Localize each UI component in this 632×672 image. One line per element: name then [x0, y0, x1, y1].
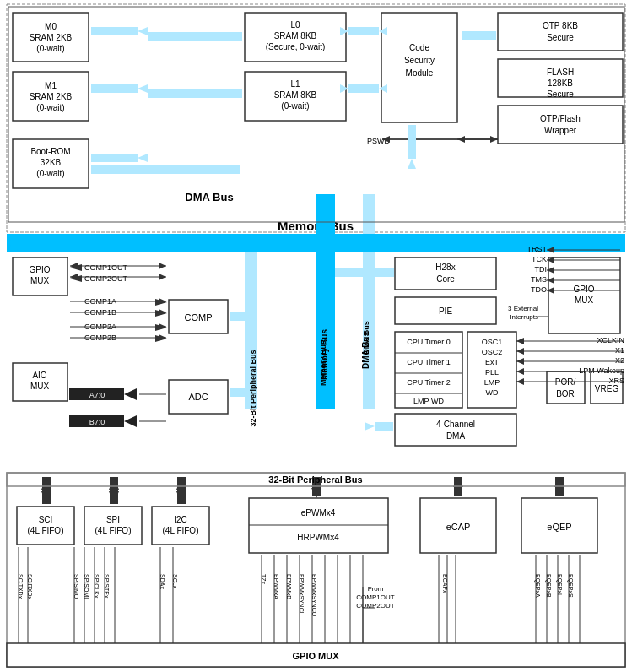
svg-marker-273 — [159, 263, 166, 269]
svg-text:eQEP: eQEP — [547, 522, 571, 532]
svg-marker-261 — [245, 388, 255, 397]
svg-text:SCIRXDx: SCIRXDx — [27, 574, 33, 599]
svg-text:DMA Bus: DMA Bus — [362, 321, 370, 355]
svg-text:COMP1OUT: COMP1OUT — [356, 593, 394, 601]
svg-marker-187 — [41, 491, 51, 504]
svg-rect-82 — [591, 371, 623, 404]
svg-text:ADC: ADC — [188, 392, 208, 402]
svg-marker-165 — [91, 27, 101, 35]
svg-text:LPM Wakeup: LPM Wakeup — [579, 366, 624, 375]
svg-text:Wrapper: Wrapper — [544, 126, 577, 135]
svg-marker-110 — [70, 275, 82, 282]
svg-rect-76 — [395, 414, 516, 446]
svg-text:PLL: PLL — [485, 368, 499, 377]
svg-marker-158 — [516, 338, 524, 344]
svg-marker-142 — [547, 267, 554, 274]
svg-marker-168 — [91, 84, 101, 93]
svg-text:32-Bit Peripheral Bus: 32-Bit Peripheral Bus — [249, 350, 257, 426]
svg-text:SRAM 2KB: SRAM 2KB — [30, 92, 73, 101]
svg-rect-88 — [17, 507, 74, 545]
svg-rect-101 — [420, 498, 496, 553]
svg-text:Security: Security — [404, 56, 435, 65]
svg-text:SCI: SCI — [39, 515, 53, 524]
svg-rect-105 — [7, 643, 625, 667]
svg-rect-166 — [91, 84, 138, 93]
svg-text:SRAM 8KB: SRAM 8KB — [274, 90, 317, 100]
svg-text:GPIO: GPIO — [29, 265, 50, 274]
svg-rect-32 — [498, 106, 623, 144]
svg-text:32-Bit Peripheral Bus: 32-Bit Peripheral Bus — [248, 286, 257, 372]
svg-rect-56 — [395, 257, 496, 290]
svg-rect-290 — [8, 7, 624, 222]
svg-rect-269 — [375, 422, 393, 431]
svg-text:TZx: TZx — [261, 574, 267, 585]
svg-text:FLASH: FLASH — [547, 68, 574, 77]
svg-marker-117 — [155, 310, 167, 317]
svg-rect-97 — [249, 498, 388, 553]
svg-marker-267 — [384, 268, 394, 277]
svg-marker-198 — [453, 477, 463, 487]
svg-text:OSC1: OSC1 — [482, 338, 503, 346]
svg-text:EQEPxS: EQEPxS — [567, 574, 574, 598]
svg-text:Memory Bus: Memory Bus — [319, 340, 327, 386]
svg-marker-276 — [70, 274, 78, 280]
svg-marker-189 — [109, 477, 119, 490]
svg-marker-170 — [138, 154, 148, 162]
svg-rect-252 — [363, 194, 375, 234]
svg-text:DMA: DMA — [446, 431, 466, 441]
svg-text:H28x: H28x — [435, 263, 455, 272]
svg-rect-258 — [152, 190, 266, 207]
svg-text:X1: X1 — [615, 346, 624, 355]
svg-text:SPISIMO: SPISIMO — [73, 574, 79, 599]
svg-text:TDO: TDO — [531, 285, 547, 294]
svg-rect-21 — [381, 13, 457, 122]
svg-marker-283 — [159, 323, 166, 330]
svg-text:EPWMxB: EPWMxB — [286, 574, 292, 599]
svg-text:SCITXDx: SCITXDx — [18, 574, 24, 599]
svg-marker-186 — [41, 477, 51, 490]
svg-text:SCLx: SCLx — [172, 574, 178, 589]
svg-text:SPISOMI: SPISOMI — [84, 574, 89, 599]
svg-rect-256 — [148, 32, 242, 41]
svg-rect-260 — [230, 388, 245, 397]
svg-marker-164 — [138, 27, 148, 35]
svg-rect-1 — [13, 13, 89, 62]
svg-text:L1: L1 — [290, 79, 300, 89]
svg-text:3 External: 3 External — [508, 305, 538, 312]
svg-rect-54 — [169, 380, 228, 414]
svg-text:COMP1OUT: COMP1OUT — [84, 263, 128, 272]
svg-rect-17 — [245, 72, 346, 121]
svg-text:(0-wait): (0-wait) — [281, 101, 309, 111]
svg-rect-52 — [169, 300, 228, 333]
svg-text:EPWMxSYNCl: EPWMxSYNCl — [299, 574, 305, 614]
svg-rect-185 — [42, 477, 51, 504]
svg-text:TMS: TMS — [531, 275, 547, 284]
svg-rect-257 — [148, 89, 242, 98]
svg-text:SPICLKx: SPICLKx — [94, 574, 100, 599]
svg-rect-59 — [395, 297, 496, 324]
svg-text:EQEPxI: EQEPxI — [556, 574, 563, 595]
svg-rect-28 — [498, 59, 623, 97]
svg-text:LMP WD: LMP WD — [413, 397, 444, 405]
svg-text:DMA Bus: DMA Bus — [185, 191, 233, 203]
svg-text:32-Bit Peripheral Bus: 32-Bit Peripheral Bus — [268, 474, 362, 485]
svg-rect-49 — [13, 363, 68, 401]
svg-text:(4L FIFO): (4L FIFO) — [28, 526, 64, 535]
svg-text:Secure: Secure — [547, 89, 574, 99]
svg-marker-253 — [363, 220, 375, 234]
svg-text:COMP2OUT: COMP2OUT — [84, 274, 128, 283]
svg-marker-270 — [365, 422, 375, 431]
svg-rect-123 — [69, 415, 124, 427]
svg-rect-263 — [230, 312, 245, 321]
svg-marker-160 — [516, 358, 524, 365]
svg-marker-171 — [91, 154, 101, 162]
svg-text:B7:0: B7:0 — [89, 418, 105, 426]
svg-marker-109 — [70, 264, 82, 271]
svg-text:Memory Bus: Memory Bus — [278, 219, 354, 233]
svg-marker-193 — [176, 491, 186, 504]
svg-rect-175 — [348, 84, 379, 93]
svg-rect-172 — [348, 27, 379, 35]
svg-marker-174 — [340, 27, 348, 35]
svg-text:TRST: TRST — [527, 245, 548, 253]
svg-text:OTP/Flash: OTP/Flash — [540, 114, 581, 123]
